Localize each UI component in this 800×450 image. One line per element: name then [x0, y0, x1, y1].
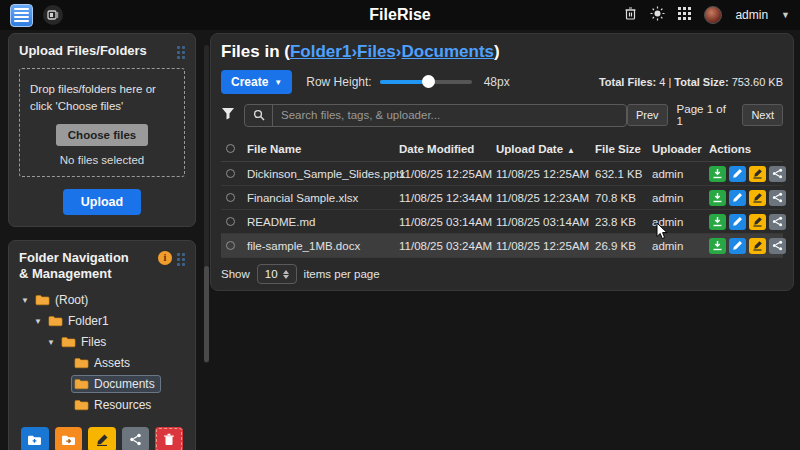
page-size-select[interactable]: 10 [257, 264, 297, 284]
tree-item-label: Resources [94, 398, 151, 412]
file-name[interactable]: Dickinson_Sample_Slides.pptx [247, 168, 399, 180]
tree-item-files[interactable]: ▼ Files [19, 334, 185, 350]
tree-item-folder1[interactable]: ▼ Folder1 [19, 313, 185, 329]
scrollbar-thumb[interactable] [204, 266, 209, 362]
info-icon[interactable]: i [158, 251, 172, 265]
mouse-cursor [656, 222, 669, 244]
items-per-page-label: items per page [304, 268, 380, 280]
totals-summary: Total Files: 4 | Total Size: 753.60 KB [599, 76, 783, 88]
prev-page-button[interactable]: Prev [627, 104, 668, 126]
light-mode-sun-icon[interactable] [650, 6, 665, 25]
tree-item-assets[interactable]: ▼ Assets [19, 355, 185, 371]
tree-item-documents[interactable]: ▼ Documents [19, 376, 185, 392]
tree-item-root[interactable]: ▼ (Root) [19, 292, 185, 308]
file-modified: 11/08/25 03:14AM [399, 216, 496, 228]
sort-asc-icon: ▲ [567, 146, 575, 155]
filerise-logo[interactable] [10, 4, 33, 27]
download-icon[interactable] [709, 190, 726, 206]
avatar[interactable] [704, 6, 722, 24]
breadcrumb-files[interactable]: Files [357, 42, 396, 61]
file-name[interactable]: Financial Sample.xlsx [247, 192, 399, 204]
share-icon[interactable] [122, 427, 150, 450]
tree-item-resources[interactable]: ▼ Resources [19, 397, 185, 413]
dropzone[interactable]: Drop files/folders here or click 'Choose… [19, 68, 185, 176]
table-body: Dickinson_Sample_Slides.pptx 11/08/25 12… [221, 162, 783, 258]
edit-pencil-icon[interactable] [729, 166, 746, 182]
tag-marker-icon[interactable] [749, 214, 766, 230]
column-uploader[interactable]: Uploader [652, 143, 709, 155]
totals-divider: | [668, 76, 671, 88]
dropzone-text: Drop files/folders here or click 'Choose… [28, 81, 176, 114]
share-icon[interactable] [769, 190, 786, 206]
column-date-modified[interactable]: Date Modified [399, 143, 496, 155]
caret-down-icon[interactable]: ▼ [21, 296, 32, 305]
drag-handle-icon[interactable] [177, 253, 185, 266]
slideshow-icon[interactable] [43, 5, 63, 25]
row-checkbox[interactable] [226, 217, 235, 226]
row-checkbox[interactable] [226, 169, 235, 178]
trash-icon[interactable] [624, 6, 637, 24]
file-modified: 11/08/25 12:34AM [399, 192, 496, 204]
select-all-checkbox[interactable] [226, 144, 235, 153]
table-row[interactable]: Financial Sample.xlsx 11/08/25 12:34AM 1… [221, 186, 783, 210]
file-size: 70.8 KB [595, 192, 652, 204]
upload-panel-title: Upload Files/Folders [19, 43, 147, 59]
column-file-size[interactable]: File Size [595, 143, 652, 155]
chevron-down-icon[interactable]: ▼ [781, 10, 790, 20]
file-size: 23.8 KB [595, 216, 652, 228]
search-input[interactable] [273, 109, 626, 121]
delete-trash-icon[interactable] [155, 427, 183, 450]
edit-pencil-icon[interactable] [729, 238, 746, 254]
file-modified: 11/08/25 12:25AM [399, 168, 496, 180]
rename-pencil-icon[interactable] [88, 427, 116, 450]
create-button[interactable]: Create▼ [221, 70, 292, 94]
upload-panel: Upload Files/Folders Drop files/folders … [8, 33, 196, 227]
edit-pencil-icon[interactable] [729, 190, 746, 206]
tag-marker-icon[interactable] [749, 190, 766, 206]
folder-tree: ▼ (Root) ▼ Folder1 ▼ Files ▼ Assets ▼ Do… [19, 292, 185, 413]
user-menu[interactable]: admin [735, 8, 768, 22]
share-icon[interactable] [769, 166, 786, 182]
file-name[interactable]: README.md [247, 216, 399, 228]
column-file-name[interactable]: File Name [247, 143, 399, 155]
caret-down-icon[interactable]: ▼ [34, 317, 45, 326]
edit-pencil-icon[interactable] [729, 214, 746, 230]
row-checkbox[interactable] [226, 193, 235, 202]
share-icon[interactable] [769, 214, 786, 230]
caret-down-icon[interactable]: ▼ [47, 338, 58, 347]
tag-marker-icon[interactable] [749, 238, 766, 254]
breadcrumb-folder1[interactable]: Folder1 [290, 42, 351, 61]
folder-icon [74, 378, 89, 390]
breadcrumb-documents[interactable]: Documents [401, 42, 494, 61]
file-size: 632.1 KB [595, 168, 652, 180]
slider-thumb[interactable] [422, 75, 435, 88]
apps-grid-icon[interactable] [678, 6, 691, 24]
filter-funnel-icon[interactable] [221, 106, 235, 124]
tree-item-label: (Root) [55, 293, 88, 307]
total-size-value: 753.60 KB [732, 76, 783, 88]
table-row[interactable]: Dickinson_Sample_Slides.pptx 11/08/25 12… [221, 162, 783, 186]
upload-button[interactable]: Upload [63, 189, 141, 215]
drag-handle-icon[interactable] [177, 46, 185, 59]
search-icon[interactable] [245, 105, 273, 126]
next-page-button[interactable]: Next [742, 104, 783, 126]
download-icon[interactable] [709, 214, 726, 230]
table-row[interactable]: file-sample_1MB.docx 11/08/25 03:24AM 11… [221, 234, 783, 258]
create-folder-icon[interactable] [21, 427, 49, 450]
share-icon[interactable] [769, 238, 786, 254]
file-name[interactable]: file-sample_1MB.docx [247, 240, 399, 252]
row-height-slider[interactable] [380, 80, 472, 84]
table-row[interactable]: README.md 11/08/25 03:14AM 11/08/25 03:1… [221, 210, 783, 234]
file-uploaded: 11/08/25 12:25AM [496, 168, 595, 180]
row-checkbox[interactable] [226, 241, 235, 250]
total-files-label: Total Files: [599, 76, 656, 88]
choose-files-button[interactable]: Choose files [56, 124, 148, 146]
download-icon[interactable] [709, 238, 726, 254]
top-bar: FileRise admin ▼ [0, 0, 800, 30]
tag-marker-icon[interactable] [749, 166, 766, 182]
download-icon[interactable] [709, 166, 726, 182]
column-upload-date[interactable]: Upload Date▲ [496, 143, 595, 155]
file-table: File Name Date Modified Upload Date▲ Fil… [221, 136, 783, 258]
tree-item-label: Assets [94, 356, 130, 370]
move-folder-icon[interactable] [55, 427, 83, 450]
